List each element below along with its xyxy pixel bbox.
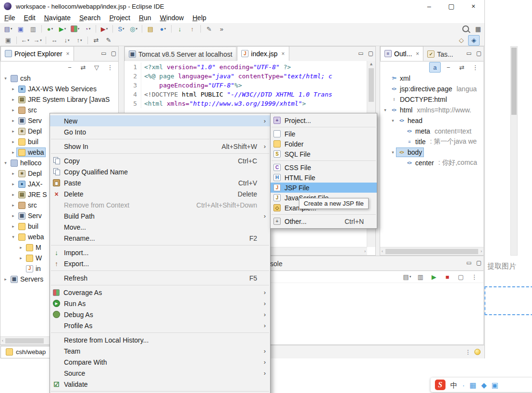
close-tab-icon[interactable]: × (416, 50, 419, 57)
chevron-icon[interactable]: ▸ (2, 277, 9, 282)
open-console-icon[interactable]: ▤▾ (401, 271, 413, 282)
maximize-view-icon[interactable]: ▢ (476, 50, 482, 57)
outline-item-center[interactable]: <>center: 你好,comca (380, 158, 483, 168)
close-button[interactable]: × (462, 0, 484, 12)
minimize-view-icon[interactable]: ▭ (466, 259, 471, 266)
console-menu-icon[interactable]: ⋮ (469, 271, 480, 282)
toolbar-overflow-icon[interactable]: » (216, 24, 227, 34)
context-menu-item-go-into[interactable]: Go Into (50, 126, 270, 137)
context-menu-item-restore-from-local-history[interactable]: Restore from Local History... (50, 334, 270, 345)
web-browser-icon[interactable]: ●▾ (157, 24, 169, 34)
annotate-icon[interactable]: ✎ (203, 24, 215, 34)
collapse-all-icon[interactable]: − (443, 62, 454, 73)
dropdown-arrow-icon[interactable]: ▾ (123, 27, 124, 31)
minimize-button[interactable]: – (418, 0, 440, 12)
search-icon[interactable] (460, 24, 471, 34)
clear-console-icon[interactable]: ▢ (455, 271, 467, 282)
horizontal-scrollbar[interactable]: ‹ › (380, 247, 483, 255)
scroll-up-icon[interactable]: ▲ (369, 61, 374, 67)
new-submenu-item-html-file[interactable]: HHTML File (271, 172, 377, 183)
display-console-icon[interactable]: ▥ (415, 271, 426, 282)
run-console-icon[interactable]: ▶ (428, 271, 440, 282)
ime-punct-icon[interactable]: · (462, 381, 465, 389)
maximize-view-icon[interactable]: ▢ (368, 50, 373, 57)
outline-item-head[interactable]: ▾<>head (380, 115, 483, 126)
context-menu-item-copy-qualified-name[interactable]: Copy Qualified Name (50, 166, 270, 177)
new-wizard-icon[interactable]: ▤▾ (2, 24, 14, 34)
menubar-item-navigate[interactable]: Navigate (40, 12, 75, 23)
last-edit-icon[interactable]: ↔ (49, 35, 60, 46)
close-tab-icon[interactable]: × (66, 50, 70, 57)
menubar-item-window[interactable]: Window (156, 12, 188, 23)
context-menu-item-team[interactable]: Team› (50, 345, 270, 356)
chevron-icon[interactable]: ▸ (10, 192, 16, 197)
context-menu-item-validate[interactable]: ☑Validate (50, 379, 270, 390)
java-perspective-button[interactable]: ◇ (456, 35, 467, 46)
chevron-icon[interactable]: ▸ (10, 139, 16, 144)
chevron-icon[interactable]: ▾ (382, 108, 388, 112)
maximize-button[interactable]: ▢ (440, 0, 462, 12)
chevron-icon[interactable]: ▸ (10, 108, 16, 112)
link-editor-icon[interactable]: ⇄ (90, 35, 102, 46)
maximize-view-icon[interactable]: ▢ (476, 259, 482, 266)
tree-item-jax-ws-web-services[interactable]: ▸●JAX-WS Web Services (0, 84, 118, 94)
import-icon[interactable]: ↓ (174, 24, 186, 34)
dropdown-arrow-icon[interactable]: ▾ (409, 275, 411, 279)
back-icon[interactable]: ←▾ (19, 35, 31, 46)
forward-icon[interactable]: →▾ (32, 35, 43, 46)
coverage-icon[interactable]: ▾ (69, 24, 81, 34)
editor-tab-index-jsp[interactable]: Jindex.jsp× (237, 46, 289, 61)
chevron-icon[interactable]: ▸ (10, 97, 16, 102)
context-menu-item-move[interactable]: Move... (50, 221, 270, 233)
context-menu-item-compare-with[interactable]: Compare With› (50, 356, 270, 368)
ime-toolbox-icon[interactable]: ▣ (492, 381, 498, 389)
dropdown-arrow-icon[interactable]: ▾ (51, 27, 53, 31)
maximize-view-icon[interactable]: ▢ (111, 50, 116, 57)
scroll-right-icon[interactable]: › (364, 248, 366, 255)
sogou-logo-icon[interactable]: S (435, 380, 445, 390)
collapse-all-icon[interactable]: − (64, 62, 75, 73)
scroll-right-icon[interactable]: › (480, 248, 483, 255)
context-menu-item-copy[interactable]: CopyCtrl+C (50, 155, 270, 166)
view-menu-icon[interactable]: ⋮ (104, 62, 116, 73)
status-menu-icon[interactable]: ⋮ (465, 349, 471, 356)
chevron-icon[interactable]: ▸ (10, 182, 16, 186)
mark-occurrences-icon[interactable]: ✎ (103, 35, 114, 46)
menubar-item-run[interactable]: Run (135, 12, 156, 23)
new-submenu-item-other[interactable]: +Other...Ctrl+N (271, 216, 377, 226)
context-menu-item-debug-as[interactable]: Debug As› (50, 309, 270, 320)
outline-item-jsp-directive-page[interactable]: <>jsp:directive.pagelangua (380, 84, 483, 94)
minimize-view-icon[interactable]: ▭ (466, 50, 471, 57)
menubar-item-file[interactable]: File (0, 12, 20, 23)
chevron-icon[interactable]: ▸ (10, 224, 16, 229)
dropdown-arrow-icon[interactable]: ▾ (40, 38, 42, 42)
sort-icon[interactable]: a (429, 62, 441, 73)
chevron-icon[interactable]: ▸ (10, 118, 16, 123)
view-menu-icon[interactable]: ⋮ (470, 62, 481, 73)
context-menu-item-export[interactable]: ↑Export... (50, 258, 270, 269)
menubar-item-project[interactable]: Project (105, 12, 135, 23)
context-menu-item-new[interactable]: New› (50, 115, 270, 126)
new-submenu-item-jsp-file[interactable]: JJSP File (271, 183, 377, 193)
context-menu-item-profile-as[interactable]: Profile As› (50, 320, 270, 331)
scrollbar-thumb[interactable] (511, 48, 517, 115)
javaee-perspective-button[interactable]: ◈ (468, 35, 480, 46)
new-web-service-icon[interactable]: ◎▾ (128, 24, 139, 34)
link-with-editor-icon[interactable]: ⇄ (77, 62, 89, 73)
dropdown-arrow-icon[interactable]: ▾ (136, 27, 137, 31)
minimize-view-icon[interactable]: ▭ (358, 50, 363, 57)
filter-icon[interactable]: ▽ (91, 62, 102, 73)
pin-icon[interactable]: ▣ (2, 35, 14, 46)
dropdown-arrow-icon[interactable]: ▾ (89, 27, 91, 31)
print-icon[interactable]: ▥ (27, 24, 39, 34)
tab-outl[interactable]: ≡Outl...× (380, 46, 423, 61)
tab-tas[interactable]: ✓Tas... (423, 47, 457, 61)
profile-icon[interactable]: ◔▾ (82, 24, 93, 34)
context-menu-item-show-in[interactable]: Show InAlt+Shift+W› (50, 141, 270, 152)
chevron-icon[interactable]: ▸ (10, 129, 16, 134)
menubar-item-edit[interactable]: Edit (20, 12, 40, 23)
new-database-icon[interactable]: ▤ (145, 24, 156, 34)
external-tools-icon[interactable]: ▶▾ (99, 24, 110, 34)
chevron-icon[interactable]: ▾ (2, 160, 9, 165)
dropdown-arrow-icon[interactable]: ▾ (106, 27, 108, 31)
